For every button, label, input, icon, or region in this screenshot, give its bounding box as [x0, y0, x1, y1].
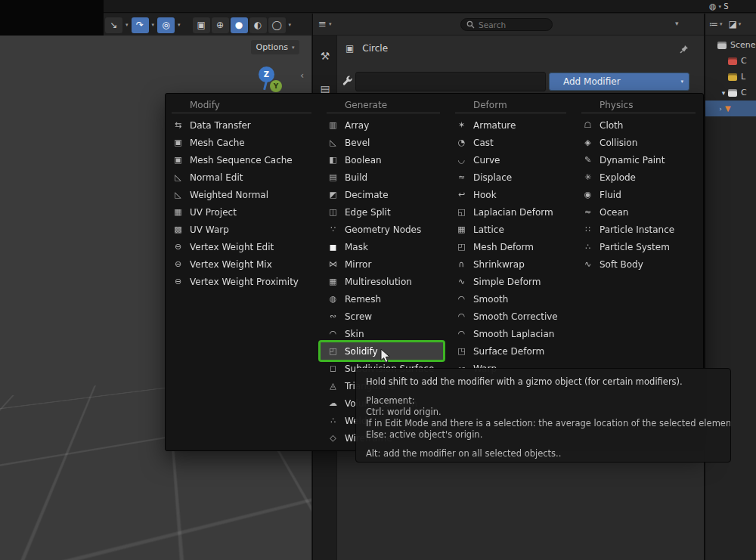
menu-item-remesh[interactable]: ◍Remesh	[321, 290, 449, 308]
menu-item-array[interactable]: ▥Array	[321, 116, 449, 134]
menu-item-particle-system[interactable]: ∴Particle System	[575, 238, 705, 255]
shading-rendered-icon-dropdown[interactable]: ▾	[289, 22, 292, 28]
boolean-icon: ◧	[327, 155, 339, 165]
search-input[interactable]	[479, 20, 543, 29]
menu-item-cloth[interactable]: ☖Cloth	[575, 116, 705, 134]
shading-wireframe-icon[interactable]: ⊕	[212, 17, 229, 33]
modifier-name-field[interactable]	[355, 72, 546, 91]
menu-item-displace[interactable]: ≈Displace	[449, 169, 575, 186]
outliner-row-l[interactable]: L	[705, 69, 756, 85]
menu-item-label: Edge Split	[345, 207, 391, 218]
menu-item-surface-deform[interactable]: ◳Surface Deform	[449, 342, 575, 360]
shading-material-preview-icon[interactable]: ◐	[249, 17, 267, 33]
menu-item-shrinkwrap[interactable]: ∩Shrinkwrap	[449, 255, 575, 273]
menu-item-collision[interactable]: ◈Collision	[575, 134, 705, 151]
menu-item-label: Vertex Weight Edit	[190, 242, 274, 252]
properties-options-chevron[interactable]: ▾	[675, 20, 679, 27]
menu-item-weighted-normal[interactable]: ◺Weighted Normal	[166, 186, 321, 203]
curve-icon: ◡	[455, 155, 468, 165]
menu-item-mesh-sequence-cache[interactable]: ▣Mesh Sequence Cache	[166, 151, 321, 169]
collection-icon	[728, 57, 737, 65]
menu-item-soft-body[interactable]: ∿Soft Body	[575, 255, 705, 273]
snap-icon[interactable]: ↘	[105, 17, 122, 33]
menu-item-multiresolution[interactable]: ▦Multiresolution	[321, 273, 449, 290]
outliner-row-scene[interactable]: Scene	[705, 37, 756, 53]
outliner-item-label: C	[741, 56, 747, 66]
menu-item-vertex-weight-edit[interactable]: ⊖Vertex Weight Edit	[166, 238, 321, 255]
outliner-row-c[interactable]: ▾C	[705, 85, 756, 101]
column-separator	[327, 113, 440, 113]
menu-item-cast[interactable]: ◔Cast	[449, 134, 575, 151]
menu-item-screw[interactable]: ∾Screw	[321, 308, 449, 325]
fluid-icon: ◉	[581, 190, 594, 200]
menu-item-ocean[interactable]: ≈Ocean	[575, 203, 705, 221]
menu-item-explode[interactable]: ✳Explode	[575, 169, 705, 186]
collection-icon	[717, 42, 727, 49]
menu-item-mask[interactable]: ◼Mask	[321, 238, 449, 255]
menu-item-vertex-weight-proximity[interactable]: ⊖Vertex Weight Proximity	[166, 273, 321, 290]
menu-item-smooth-corrective[interactable]: ◠Smooth Corrective	[449, 308, 575, 325]
menu-item-edge-split[interactable]: ◫Edge Split	[321, 203, 449, 221]
menu-item-label: UV Warp	[190, 224, 229, 235]
menu-item-fluid[interactable]: ◉Fluid	[575, 186, 705, 203]
build-icon: ▤	[327, 172, 339, 182]
editor-type-button[interactable]: ≡ ▾	[318, 18, 331, 29]
gizmo-y-axis[interactable]: Y	[270, 80, 282, 92]
menu-item-lattice[interactable]: ▦Lattice	[449, 221, 575, 238]
menu-item-smooth[interactable]: ◠Smooth	[449, 290, 575, 308]
menu-item-armature[interactable]: ✶Armature	[449, 116, 575, 134]
outliner-display-mode-button[interactable]: ≔ ▾	[709, 19, 723, 29]
menu-item-build[interactable]: ▤Build	[321, 169, 449, 186]
menu-item-bevel[interactable]: ◺Bevel	[321, 134, 449, 151]
dynamic-paint-icon: ✎	[581, 155, 594, 165]
menu-item-label: Laplacian Deform	[473, 207, 553, 218]
menu-item-mesh-deform[interactable]: ◰Mesh Deform	[449, 238, 575, 255]
shading-rendered-icon[interactable]: ◯	[268, 17, 286, 33]
menu-item-boolean[interactable]: ◧Boolean	[321, 151, 449, 169]
menu-item-dynamic-paint[interactable]: ✎Dynamic Paint	[575, 151, 705, 169]
menu-item-hook[interactable]: ↩Hook	[449, 186, 575, 203]
menu-item-normal-edit[interactable]: ◺Normal Edit	[166, 169, 321, 186]
menu-item-laplacian-deform[interactable]: ◱Laplacian Deform	[449, 203, 575, 221]
outliner-filter-button[interactable]: ◪ ▾	[729, 19, 742, 29]
menu-item-decimate[interactable]: ◩Decimate	[321, 186, 449, 203]
simple-deform-icon: ∿	[455, 277, 468, 286]
proportional-editing-icon-dropdown[interactable]: ▾	[152, 22, 155, 28]
scene-selector[interactable]: ◍ ▾ S	[709, 1, 728, 12]
outliner-row-c[interactable]: C	[705, 53, 756, 69]
menu-item-mesh-cache[interactable]: ▣Mesh Cache	[166, 134, 321, 151]
menu-item-data-transfer[interactable]: ⇆Data Transfer	[166, 116, 321, 134]
menu-item-skin[interactable]: ◠Skin	[321, 325, 449, 342]
smooth-laplacian-icon: ◠	[455, 329, 468, 339]
shading-solid-icon[interactable]: ●	[231, 17, 248, 33]
expand-chevron-icon[interactable]: ›	[716, 105, 725, 113]
outliner-header: ≔ ▾ ◪ ▾	[705, 14, 756, 36]
menu-item-geometry-nodes[interactable]: ∵Geometry Nodes	[321, 221, 449, 238]
options-dropdown[interactable]: Options ▾	[251, 40, 299, 54]
menu-item-uv-project[interactable]: ▦UV Project	[166, 203, 321, 221]
snap-icon-dropdown[interactable]: ▾	[125, 22, 129, 28]
overlays-icon-dropdown[interactable]: ▾	[178, 22, 181, 28]
topbar: ◍ ▾ S	[0, 0, 756, 13]
tab-tool[interactable]: ⚒	[313, 45, 337, 67]
menu-item-particle-instance[interactable]: ∷Particle Instance	[575, 221, 705, 238]
outliner-item-label: L	[741, 72, 745, 82]
menu-item-label: Dynamic Paint	[600, 155, 665, 166]
outliner-row-mesh-object[interactable]: ›▼	[705, 101, 756, 116]
proportional-editing-icon[interactable]: ↷	[132, 17, 149, 33]
menu-item-vertex-weight-mix[interactable]: ⊖Vertex Weight Mix	[166, 255, 321, 273]
gizmo-z-axis[interactable]: Z	[259, 67, 274, 82]
add-modifier-button[interactable]: Add Modifier ▾	[549, 73, 689, 91]
menu-item-uv-warp[interactable]: ▩UV Warp	[166, 221, 321, 238]
properties-search[interactable]	[460, 18, 553, 31]
menu-item-curve[interactable]: ◡Curve	[449, 151, 575, 169]
pin-icon[interactable]	[679, 43, 689, 57]
menu-item-mirror[interactable]: ⋈Mirror	[321, 255, 449, 273]
menu-item-simple-deform[interactable]: ∿Simple Deform	[449, 273, 575, 290]
panel-collapse-arrow[interactable]: ‹	[300, 70, 304, 81]
gizmo-toggle-icon[interactable]: ▣	[193, 17, 210, 33]
menu-item-smooth-laplacian[interactable]: ◠Smooth Laplacian	[449, 325, 575, 342]
menu-column-title: Generate	[345, 100, 449, 110]
overlays-icon[interactable]: ◎	[157, 17, 175, 33]
expand-chevron-icon[interactable]: ▾	[719, 89, 728, 97]
